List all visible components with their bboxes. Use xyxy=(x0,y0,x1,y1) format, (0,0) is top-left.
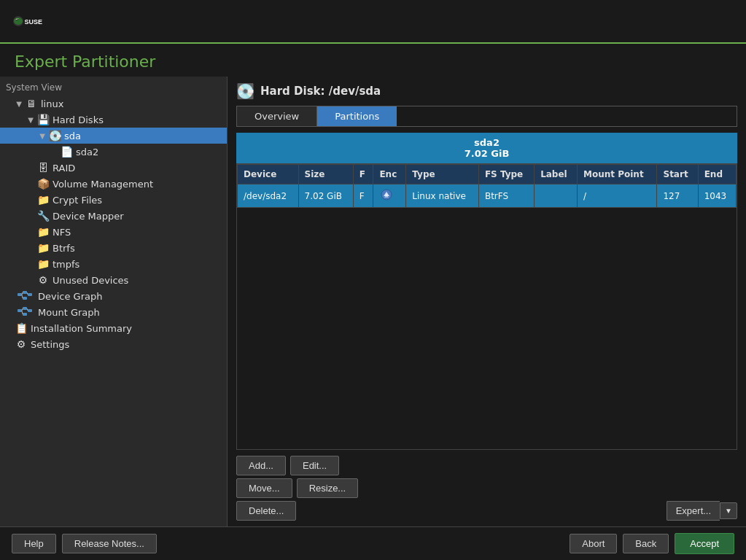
sidebar-item-label-unused: Unused Devices xyxy=(53,275,128,286)
expert-btn-group: Expert... ▼ xyxy=(667,501,737,521)
title-bar: Expert Partitioner xyxy=(0,44,746,77)
tab-overview[interactable]: Overview xyxy=(237,106,317,126)
svg-rect-8 xyxy=(28,293,32,296)
raid-icon: 🗄 xyxy=(36,161,50,174)
sidebar-item-label-crypt: Crypt Files xyxy=(53,195,102,206)
sidebar-item-label-dm: Device Mapper xyxy=(53,211,124,222)
col-type: Type xyxy=(406,165,479,184)
expert-dropdown-arrow[interactable]: ▼ xyxy=(720,502,737,519)
arrow-sda: ▼ xyxy=(38,131,47,140)
action-buttons-2: Move... Resize... xyxy=(236,478,737,498)
svg-rect-15 xyxy=(28,309,32,312)
sda-icon: 💽 xyxy=(48,129,61,142)
tab-bar: Overview Partitions xyxy=(236,106,737,127)
delete-button[interactable]: Delete... xyxy=(236,501,296,521)
content-area: System View ▼ 🖥 linux ▼ 💾 Hard Disks ▼ 💽… xyxy=(0,77,746,526)
sidebar-item-label-nfs: NFS xyxy=(53,227,71,238)
sidebar-item-label-btrfs: Btrfs xyxy=(53,243,75,254)
action-buttons: Add... Edit... xyxy=(236,456,737,475)
svg-rect-12 xyxy=(18,309,22,312)
btrfs-enc-icon xyxy=(379,189,394,201)
panel-header: 💽 Hard Disk: /dev/sda xyxy=(236,82,737,100)
cell-type: Linux native xyxy=(406,184,479,208)
cell-device: /dev/sda2 xyxy=(238,184,299,208)
action-buttons-3: Delete... Expert... ▼ xyxy=(236,501,737,521)
sidebar-item-label-sda: sda xyxy=(64,131,81,141)
sidebar-item-sda2[interactable]: ▶ 📄 sda2 xyxy=(0,144,227,160)
delete-area: Delete... xyxy=(236,501,296,521)
col-end: End xyxy=(698,165,736,184)
sidebar-item-installation-summary[interactable]: 📋 Installation Summary xyxy=(0,320,227,336)
selected-partition-banner: sda2 7.02 GiB xyxy=(236,133,737,163)
cell-start: 127 xyxy=(657,184,698,208)
unused-devices-icon: ⚙ xyxy=(36,273,50,287)
sidebar-item-settings[interactable]: ⚙ Settings xyxy=(0,336,227,352)
release-notes-button[interactable]: Release Notes... xyxy=(62,534,157,553)
accept-button[interactable]: Accept xyxy=(675,533,734,554)
svg-line-10 xyxy=(22,295,23,298)
tab-partitions[interactable]: Partitions xyxy=(317,106,397,126)
disk-icon: 💽 xyxy=(236,82,255,100)
table-header-row: Device Size F Enc Type FS Type Label Mou… xyxy=(238,165,737,184)
col-mount-point: Mount Point xyxy=(578,165,657,184)
add-button[interactable]: Add... xyxy=(236,456,286,475)
sidebar-item-label-vm: Volume Management xyxy=(53,179,153,190)
expert-button[interactable]: Expert... xyxy=(667,501,720,521)
sidebar-item-mount-graph[interactable]: Mount Graph xyxy=(0,304,227,320)
svg-rect-7 xyxy=(23,297,27,300)
svg-line-18 xyxy=(27,308,28,311)
svg-rect-13 xyxy=(23,307,27,310)
sidebar-item-label-mount-graph: Mount Graph xyxy=(38,307,100,318)
nfs-icon: 📁 xyxy=(36,225,50,238)
install-summary-icon: 📋 xyxy=(15,322,28,335)
svg-rect-6 xyxy=(23,291,27,294)
resize-button[interactable]: Resize... xyxy=(297,478,359,498)
svg-rect-5 xyxy=(18,293,22,296)
arrow-hard-disks: ▼ xyxy=(26,115,35,124)
cell-mount-point: / xyxy=(578,184,657,208)
sidebar-item-hard-disks[interactable]: ▼ 💾 Hard Disks xyxy=(0,112,227,128)
cell-fs-type: BtrFS xyxy=(478,184,534,208)
abort-button[interactable]: Abort xyxy=(570,534,617,553)
volume-icon: 📦 xyxy=(36,177,50,190)
sidebar-item-label-tmpfs: tmpfs xyxy=(53,259,79,270)
sidebar-item-unused-devices[interactable]: ▶ ⚙ Unused Devices xyxy=(0,272,227,288)
sidebar-item-crypt-files[interactable]: ▶ 📁 Crypt Files xyxy=(0,192,227,208)
device-mapper-icon: 🔧 xyxy=(36,209,50,222)
help-button[interactable]: Help xyxy=(12,534,56,553)
sidebar-item-label-hard-disks: Hard Disks xyxy=(53,114,104,125)
sidebar-item-linux[interactable]: ▼ 🖥 linux xyxy=(0,96,227,112)
sidebar-item-sda[interactable]: ▼ 💽 sda xyxy=(0,128,227,144)
svg-line-9 xyxy=(22,292,23,295)
sidebar-item-label-install-summary: Installation Summary xyxy=(31,323,132,334)
move-button[interactable]: Move... xyxy=(236,478,292,498)
tab-partitions-label: Partitions xyxy=(335,111,379,122)
table-row[interactable]: /dev/sda2 7.02 GiB F xyxy=(238,184,737,208)
sidebar-item-label-device-graph: Device Graph xyxy=(38,291,102,302)
col-fs-type: FS Type xyxy=(478,165,534,184)
back-button[interactable]: Back xyxy=(623,534,669,553)
sidebar-item-device-graph[interactable]: Device Graph xyxy=(0,288,227,304)
sidebar: System View ▼ 🖥 linux ▼ 💾 Hard Disks ▼ 💽… xyxy=(0,77,228,526)
panel-title: Hard Disk: /dev/sda xyxy=(260,85,381,98)
cell-end: 1043 xyxy=(698,184,736,208)
svg-line-17 xyxy=(22,311,23,314)
sidebar-item-btrfs[interactable]: ▶ 📁 Btrfs xyxy=(0,240,227,256)
edit-button[interactable]: Edit... xyxy=(290,456,339,475)
sda2-icon: 📄 xyxy=(60,145,73,158)
bottom-bar: Help Release Notes... Abort Back Accept xyxy=(0,526,746,560)
hard-disks-icon: 💾 xyxy=(36,113,50,126)
sidebar-item-tmpfs[interactable]: ▶ 📁 tmpfs xyxy=(0,256,227,272)
sidebar-item-device-mapper[interactable]: ▶ 🔧 Device Mapper xyxy=(0,208,227,224)
sidebar-item-nfs[interactable]: ▶ 📁 NFS xyxy=(0,224,227,240)
sidebar-item-label-linux: linux xyxy=(41,98,63,109)
col-start: Start xyxy=(657,165,698,184)
svg-rect-14 xyxy=(23,313,27,316)
header: SUSE xyxy=(0,0,746,44)
sidebar-item-volume-management[interactable]: ▶ 📦 Volume Management xyxy=(0,176,227,192)
selected-partition-size: 7.02 GiB xyxy=(465,148,510,159)
device-graph-icon xyxy=(15,289,35,303)
sidebar-item-label-settings: Settings xyxy=(31,339,69,350)
sidebar-item-raid[interactable]: ▶ 🗄 RAID xyxy=(0,160,227,176)
svg-text:SUSE: SUSE xyxy=(25,18,43,26)
